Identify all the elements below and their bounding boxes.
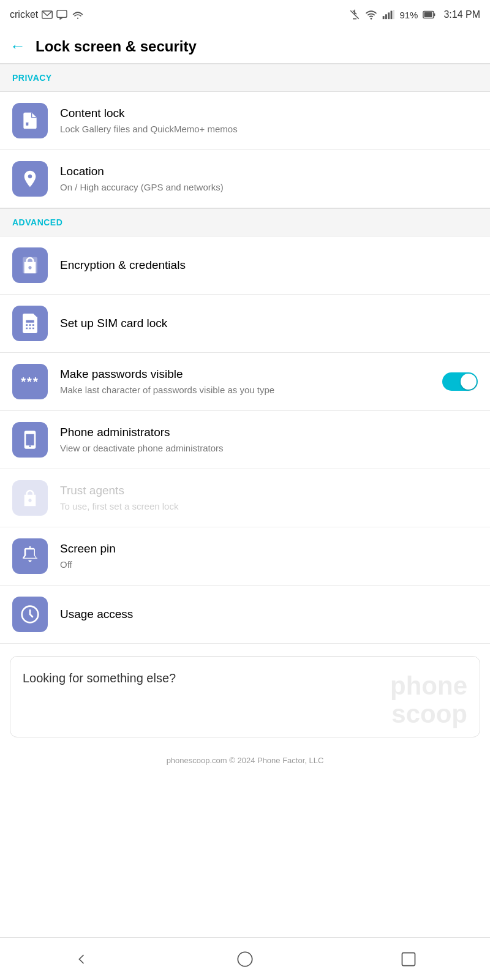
attribution-text: phonescoop.com © 2024 Phone Factor, LLC [167,756,324,765]
watermark: phonescoop [390,672,467,728]
phone-device-icon [20,430,40,450]
phone-admin-icon-container [12,422,48,458]
usage-access-item[interactable]: Usage access [0,586,490,644]
password-icon-container: *** [12,364,48,399]
svg-rect-4 [383,16,385,19]
asterisk-icon: *** [21,375,39,389]
content-lock-title: Content lock [60,106,478,121]
attribution: phonescoop.com © 2024 Phone Factor, LLC [0,750,490,814]
svg-rect-12 [26,123,28,126]
page-wrapper: cricket 91% 3:14 PM [0,0,490,863]
message-icon [56,10,67,20]
mail-icon [42,10,53,19]
usage-access-title: Usage access [60,607,478,622]
recent-nav-button[interactable] [384,944,433,974]
lock-badge-icon [20,255,40,275]
home-nav-button[interactable] [221,944,270,974]
svg-rect-5 [385,14,387,19]
location-content: Location On / High accuracy (GPS and net… [60,164,478,194]
time-display: 3:14 PM [443,9,480,20]
svg-rect-10 [434,13,435,17]
screen-pin-subtitle: Off [60,558,478,571]
svg-rect-1 [57,10,67,18]
pin-icon [20,546,40,566]
encryption-icon-container [12,247,48,283]
passwords-visible-subtitle: Make last character of passwords visible… [60,383,436,396]
bottom-nav [0,937,490,980]
passwords-visible-item[interactable]: *** Make passwords visible Make last cha… [0,353,490,411]
passwords-visible-title: Make passwords visible [60,367,436,382]
passwords-visible-toggle[interactable] [442,372,478,391]
phone-admins-content: Phone administrators View or deactivate … [60,425,478,455]
status-bar: cricket 91% 3:14 PM [0,0,490,29]
home-nav-icon [236,951,254,968]
content-lock-subtitle: Lock Gallery files and QuickMemo+ memos [60,123,478,135]
svg-rect-7 [391,11,393,20]
phone-admins-subtitle: View or deactivate phone administrators [60,442,478,454]
section-privacy: PRIVACY [0,64,490,92]
content-lock-icon [12,103,48,138]
location-pin-icon [20,169,40,189]
trust-agents-subtitle: To use, first set a screen lock [60,500,478,513]
screen-pin-icon-container [12,538,48,574]
clock-icon [20,605,40,624]
battery-percent: 91% [399,10,418,20]
screen-pin-item[interactable]: Screen pin Off [0,527,490,586]
sim-lock-title: Set up SIM card lock [60,316,478,331]
footer-card-text: Looking for something else? [23,671,176,685]
screen-pin-title: Screen pin [60,541,478,557]
sim-lock-content: Set up SIM card lock [60,316,478,331]
wifi-icon [365,10,377,20]
svg-rect-18 [402,952,415,965]
location-item[interactable]: Location On / High accuracy (GPS and net… [0,150,490,208]
location-title: Location [60,164,478,179]
recent-nav-icon [400,951,417,968]
usage-access-content: Usage access [60,607,478,622]
svg-rect-8 [393,10,394,19]
passwords-visible-content: Make passwords visible Make last charact… [60,367,436,397]
trust-agents-item: Trust agents To use, first set a screen … [0,469,490,527]
header: ← Lock screen & security [0,29,490,64]
mute-icon [349,9,360,20]
svg-rect-11 [424,12,432,17]
trust-agents-title: Trust agents [60,483,478,499]
sim-icon-container [12,306,48,341]
screen-pin-content: Screen pin Off [60,541,478,571]
svg-rect-6 [388,12,390,19]
svg-point-3 [371,18,372,20]
back-button[interactable]: ← [10,37,26,56]
signal-icon [382,9,394,20]
shield-lock-icon [20,488,40,508]
location-icon-container [12,161,48,197]
content-lock-item[interactable]: Content lock Lock Gallery files and Quic… [0,92,490,150]
status-right: 91% 3:14 PM [349,9,480,20]
page-title: Lock screen & security [36,38,197,55]
sim-lock-item[interactable]: Set up SIM card lock [0,295,490,353]
phone-admins-item[interactable]: Phone administrators View or deactivate … [0,411,490,469]
carrier-text: cricket [10,9,38,20]
back-nav-icon [73,951,90,968]
svg-point-17 [238,952,252,966]
section-advanced: ADVANCED [0,208,490,236]
encryption-title: Encryption & credentials [60,258,478,273]
trust-agents-icon-container [12,480,48,516]
battery-icon [423,10,436,19]
passwords-visible-toggle-container[interactable] [442,372,478,391]
encryption-content: Encryption & credentials [60,258,478,273]
sim-card-icon [20,314,40,333]
wifi-calling-icon [71,10,85,20]
status-left: cricket [10,9,85,20]
usage-access-icon-container [12,597,48,632]
footer-card: Looking for something else? phonescoop [10,656,480,737]
document-icon [20,111,40,130]
trust-agents-content: Trust agents To use, first set a screen … [60,483,478,513]
location-subtitle: On / High accuracy (GPS and networks) [60,181,478,194]
encryption-item[interactable]: Encryption & credentials [0,236,490,295]
content-lock-content: Content lock Lock Gallery files and Quic… [60,106,478,136]
phone-admins-title: Phone administrators [60,425,478,440]
back-nav-button[interactable] [57,944,106,974]
